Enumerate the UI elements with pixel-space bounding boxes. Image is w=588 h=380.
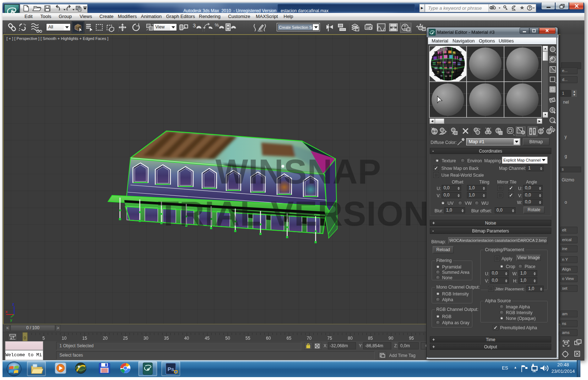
svg-text:40: 40: [184, 336, 189, 341]
svg-text:25: 25: [123, 336, 128, 341]
svg-text:ABC: ABC: [258, 30, 263, 32]
svg-text:20: 20: [103, 336, 108, 341]
svg-text:0: 0: [24, 336, 26, 340]
svg-text:50: 50: [225, 336, 230, 341]
svg-text:85: 85: [368, 336, 373, 341]
svg-text:65: 65: [286, 336, 291, 341]
svg-text:5: 5: [43, 336, 45, 341]
svg-text:70: 70: [307, 336, 312, 341]
svg-text:3: 3: [193, 23, 196, 28]
svg-text:35: 35: [164, 336, 169, 341]
svg-text:?: ?: [529, 6, 531, 10]
svg-text:%: %: [215, 23, 219, 28]
svg-text:30: 30: [143, 336, 148, 341]
svg-text:10: 10: [62, 336, 67, 341]
svg-text:55: 55: [245, 336, 250, 341]
svg-text:45: 45: [205, 336, 210, 341]
svg-text:60: 60: [266, 336, 271, 341]
svg-text:95: 95: [409, 336, 414, 341]
svg-text:75: 75: [327, 336, 332, 341]
svg-text:15: 15: [82, 336, 87, 341]
svg-text:90: 90: [388, 336, 393, 341]
svg-text:80: 80: [348, 336, 353, 341]
